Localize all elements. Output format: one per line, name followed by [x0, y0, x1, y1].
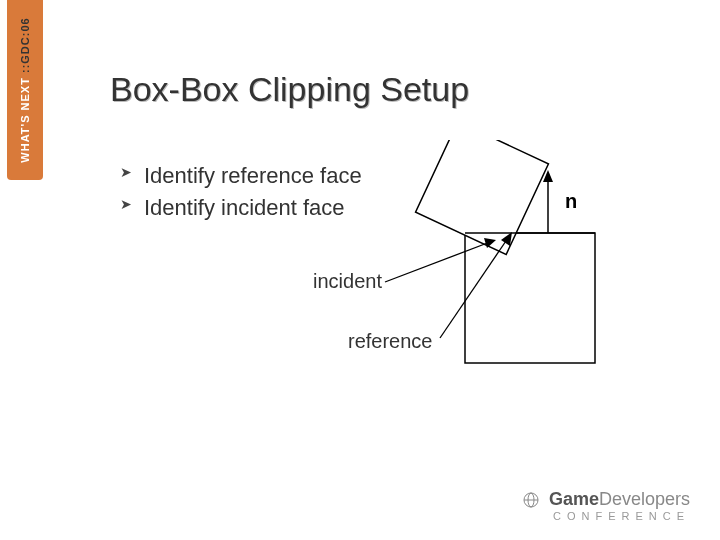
label-reference: reference: [348, 330, 433, 353]
sidebar-tab: WHAT'S NEXT ::GDC:06: [7, 0, 43, 180]
label-incident: incident: [313, 270, 382, 293]
incident-box: [416, 140, 549, 254]
reference-pointer-line: [440, 238, 508, 338]
globe-icon: [522, 491, 544, 509]
incident-pointer-line: [385, 242, 490, 282]
sidebar-brand-line1: WHAT'S: [19, 115, 31, 163]
sidebar: WHAT'S NEXT ::GDC:06: [0, 0, 50, 540]
incident-box-group: [416, 140, 549, 254]
sidebar-gdc-label: ::GDC:06: [19, 17, 31, 73]
footer-brand-prefix: Game: [549, 489, 599, 509]
footer-brand-sub: CONFERENCE: [522, 510, 690, 522]
footer-brand-suffix: Developers: [599, 489, 690, 509]
sidebar-brand: WHAT'S NEXT ::GDC:06: [19, 17, 31, 162]
chevron-right-icon: ➤: [120, 194, 132, 214]
reference-box: [465, 233, 595, 363]
footer-logo: GameDevelopers CONFERENCE: [522, 489, 690, 522]
sidebar-brand-line2: NEXT: [19, 77, 31, 110]
footer-brand: GameDevelopers: [522, 489, 690, 510]
chevron-right-icon: ➤: [120, 162, 132, 182]
slide-title: Box-Box Clipping Setup: [110, 70, 469, 109]
diagram: incident reference n: [290, 140, 670, 400]
label-normal: n: [565, 190, 577, 213]
